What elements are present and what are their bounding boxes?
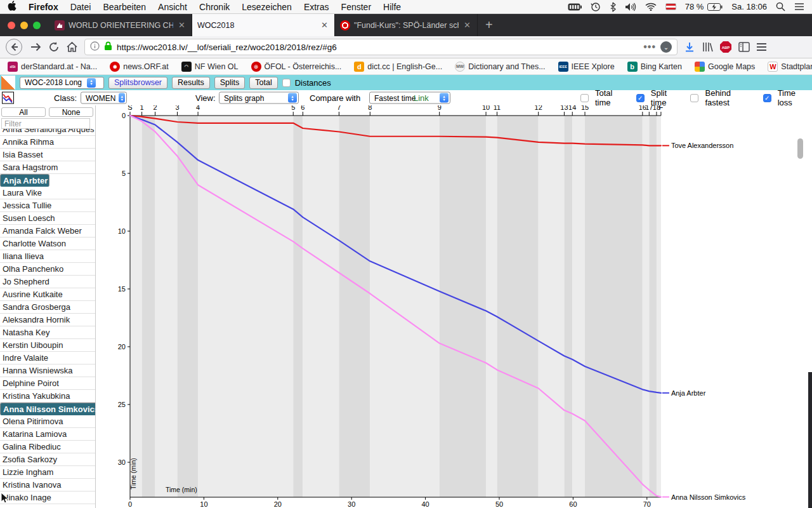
- bookmark-item[interactable]: dStderStandard.at - Na...: [8, 62, 97, 72]
- page-actions-icon[interactable]: •••: [643, 41, 656, 53]
- splits-graph-svg[interactable]: S123456789101112131415161718F05101520253…: [96, 105, 812, 508]
- spotlight-search-icon[interactable]: [776, 2, 785, 11]
- bookmark-item[interactable]: bBing Karten: [627, 62, 682, 72]
- menu-fenster[interactable]: Fenster: [341, 2, 371, 12]
- select-all-button[interactable]: All: [1, 107, 46, 117]
- competitor-row[interactable]: Annika Rihma: [0, 136, 95, 149]
- menu-hilfe[interactable]: Hilfe: [383, 2, 401, 12]
- menu-app-name[interactable]: Firefox: [29, 2, 58, 12]
- apple-icon[interactable]: [8, 1, 16, 13]
- competitor-row[interactable]: Kristina Ivanova: [0, 479, 95, 491]
- sidebar-toggle-icon[interactable]: [738, 42, 750, 52]
- page-info-icon[interactable]: [90, 41, 100, 53]
- tab-fundi-kurs[interactable]: "Fundi-Kurs": SPÖ-Länder schie ✕: [335, 14, 478, 36]
- competitor-row[interactable]: Kristina Yakubkina: [0, 390, 95, 403]
- bookmark-item[interactable]: ◠NF Wien OL: [181, 62, 239, 72]
- competitor-row[interactable]: Ausrine Kutkaite: [0, 288, 95, 301]
- competitor-row[interactable]: Anna Serrallonga Arques: [0, 129, 95, 136]
- reload-button[interactable]: [48, 41, 60, 53]
- tab-close-icon[interactable]: ✕: [320, 20, 329, 30]
- bookmark-item[interactable]: MWDictionary and Thes...: [455, 62, 545, 72]
- view-select[interactable]: Splits graph ▲▼: [219, 92, 299, 104]
- competitor-row[interactable]: Laura Vike: [0, 187, 95, 199]
- library-icon[interactable]: [702, 41, 713, 53]
- competitor-row[interactable]: Hanna Wisniewska: [0, 364, 95, 377]
- competitor-row[interactable]: Kerstin Uiboupin: [0, 339, 95, 352]
- competitor-row[interactable]: Olena Pitirimova: [0, 415, 95, 428]
- competitor-row[interactable]: Aleksandra Hornik: [0, 314, 95, 326]
- window-zoom-button[interactable]: [33, 22, 41, 29]
- competitor-row[interactable]: Jo Shepherd: [0, 276, 95, 288]
- time-loss-checkbox[interactable]: ✓: [763, 94, 771, 102]
- austria-flag-icon[interactable]: [665, 3, 676, 10]
- link-anchor[interactable]: Link: [414, 93, 429, 103]
- menu-extras[interactable]: Extras: [304, 2, 329, 12]
- competitor-row[interactable]: Zsofia Sarkozy: [0, 453, 95, 466]
- time-machine-icon[interactable]: [591, 2, 601, 12]
- tab-woc2018-active[interactable]: WOC2018 ✕: [192, 14, 335, 36]
- competitor-row[interactable]: Anna Nilsson Simkovics: [0, 403, 95, 415]
- competitor-row[interactable]: Sandra Grosberga: [0, 301, 95, 314]
- distances-checkbox[interactable]: [282, 79, 291, 87]
- total-time-checkbox[interactable]: [580, 94, 589, 102]
- competitor-row[interactable]: Lizzie Ingham: [0, 466, 95, 479]
- tab-woc-championships[interactable]: WORLD ORIENTEERING CHAMP ✕: [49, 14, 192, 36]
- class-select[interactable]: WOMEN ▲▼: [81, 92, 127, 104]
- competitor-row[interactable]: Amanda Falck Weber: [0, 225, 95, 237]
- back-button[interactable]: [5, 38, 23, 56]
- event-select[interactable]: WOC-2018 Long ▲▼: [20, 77, 104, 89]
- tab-close-icon[interactable]: ✕: [462, 20, 472, 30]
- bluetooth-icon[interactable]: [610, 2, 616, 12]
- menu-bearbeiten[interactable]: Bearbeiten: [103, 2, 146, 12]
- battery-percent[interactable]: 78 %: [685, 2, 704, 11]
- split-time-checkbox[interactable]: ✓: [636, 94, 645, 102]
- competitor-row[interactable]: Iliana Ilieva: [0, 250, 95, 263]
- downloads-icon[interactable]: [684, 41, 695, 53]
- menu-ansicht[interactable]: Ansicht: [158, 2, 187, 12]
- competitor-row[interactable]: Indre Valaite: [0, 352, 95, 364]
- competitor-row[interactable]: Susen Loesch: [0, 212, 95, 225]
- window-close-button[interactable]: [8, 22, 15, 29]
- wifi-icon[interactable]: [645, 3, 657, 11]
- notification-center-icon[interactable]: [794, 3, 804, 11]
- battery-widget-icon[interactable]: [568, 3, 582, 11]
- forward-button[interactable]: [29, 41, 42, 53]
- competitor-row[interactable]: Sara Hagstrom: [0, 161, 95, 174]
- menu-datei[interactable]: Datei: [70, 2, 91, 12]
- competitor-row[interactable]: Hinako Inage: [0, 491, 95, 504]
- menubar-clock[interactable]: Sa. 18:06: [731, 2, 767, 11]
- filter-input[interactable]: [1, 118, 90, 129]
- url-text[interactable]: https://woc2018.lv/__lof/seriali_rez/woc…: [117, 43, 639, 52]
- behind-fastest-checkbox[interactable]: [690, 94, 698, 102]
- bookmark-item[interactable]: ◎ÖFOL - Österreichis...: [251, 62, 342, 72]
- home-button[interactable]: [66, 41, 78, 53]
- volume-icon[interactable]: [625, 3, 636, 11]
- bookmark-item[interactable]: IEEEIEEE Xplore: [558, 62, 615, 72]
- select-none-button[interactable]: None: [49, 107, 93, 117]
- competitor-row[interactable]: Olha Panchenko: [0, 263, 95, 276]
- competitor-row[interactable]: Galina Ribediuc: [0, 441, 95, 453]
- splitsbrowser-button[interactable]: Splitsbrowser: [108, 77, 167, 89]
- splits-button[interactable]: Splits: [214, 77, 246, 89]
- window-minimize-button[interactable]: [20, 22, 28, 29]
- hamburger-menu-icon[interactable]: [756, 43, 767, 51]
- bookmark-item[interactable]: ◉news.ORF.at: [110, 62, 169, 72]
- new-tab-button[interactable]: +: [478, 14, 501, 36]
- menu-lesezeichen[interactable]: Lesezeichen: [242, 2, 292, 12]
- url-bar[interactable]: https://woc2018.lv/__lof/seriali_rez/woc…: [84, 39, 678, 55]
- competitor-row[interactable]: Delphine Poirot: [0, 377, 95, 390]
- battery-charging-icon[interactable]: [707, 3, 723, 11]
- total-button[interactable]: Total: [249, 77, 277, 89]
- competitor-row[interactable]: Jessica Tullie: [0, 199, 95, 212]
- competitor-row[interactable]: Anja Arbter: [0, 174, 49, 187]
- pocket-icon[interactable]: ⌄: [660, 41, 672, 53]
- competitor-row[interactable]: Katarina Lamiova: [0, 428, 95, 441]
- bookmark-item[interactable]: ddict.cc | English-Ge...: [354, 62, 442, 72]
- bookmark-item[interactable]: WStadtplan Wien: [768, 62, 812, 72]
- ssl-lock-icon[interactable]: [104, 41, 112, 53]
- page-scrollbar-thumb[interactable]: [797, 138, 803, 159]
- competitor-row[interactable]: Charlotte Watson: [0, 237, 95, 250]
- competitor-row[interactable]: Natasha Key: [0, 326, 95, 339]
- compare-select[interactable]: Fastest time ▲▼: [369, 92, 450, 104]
- tab-close-icon[interactable]: ✕: [177, 20, 187, 30]
